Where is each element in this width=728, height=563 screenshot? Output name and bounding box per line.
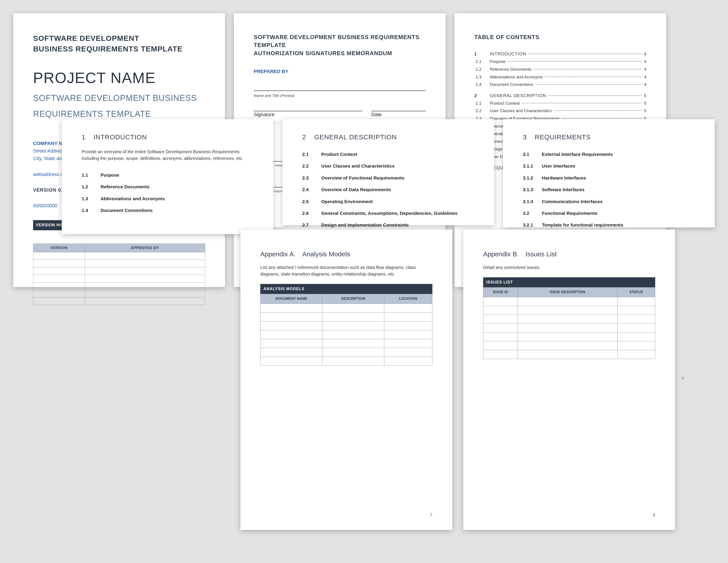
item-number: 2.5 xyxy=(302,198,321,205)
item-number: 3.1.3 xyxy=(523,186,542,193)
appendix-b-name: Issues List xyxy=(525,250,557,258)
list-item: 3.1.1User Interfaces xyxy=(523,160,695,172)
item-title: Functional Requirements xyxy=(542,210,597,216)
col-issue-description: ISSUE DESCRIPTION xyxy=(518,288,617,297)
toc-row: 1.2Reference Documents4 xyxy=(474,66,646,73)
item-number: 3.2 xyxy=(523,210,542,216)
table-row xyxy=(261,304,432,313)
date-caption: Date xyxy=(371,111,426,118)
toc-row: 1.4Document Conventions4 xyxy=(474,81,646,88)
table-row xyxy=(261,330,432,339)
item-number: 2.3 xyxy=(302,175,321,181)
item-title: General Constraints, Assumptions, Depend… xyxy=(321,210,458,216)
project-name: PROJECT NAME xyxy=(33,67,205,88)
subtitle-line1: SOFTWARE DEVELOPMENT BUSINESS xyxy=(33,92,205,104)
toc-leader xyxy=(522,103,642,103)
toc-row: 2.2User Classes and Characteristics5 xyxy=(474,107,646,115)
list-item: 3.2.1Template for functional requirement… xyxy=(523,219,695,231)
item-title: User Interfaces xyxy=(542,163,575,169)
toc-leader xyxy=(561,118,642,118)
table-row xyxy=(33,290,205,298)
toc-number: 2.1 xyxy=(474,100,490,106)
item-title: Purpose xyxy=(101,172,119,178)
item-title: Abbreviations and Acronyms xyxy=(101,195,165,202)
toc-row: 1.1Purpose4 xyxy=(474,58,646,66)
toc-page: 4 xyxy=(642,51,646,57)
doc-type-line1: SOFTWARE DEVELOPMENT xyxy=(33,33,205,44)
signature-line xyxy=(254,90,426,91)
list-item: 1.2Reference Documents xyxy=(82,181,254,192)
issues-list-table: ISSUES LIST ISSUE ID ISSUE DESCRIPTION S… xyxy=(483,277,655,359)
appendix-b-title: Appendix B.Issues List xyxy=(483,249,655,259)
signature-block-prepared: Name and Title (Printed) Signature Date xyxy=(254,90,426,118)
toc-title: Abbreviations and Acronyms xyxy=(490,74,545,80)
table-row xyxy=(483,332,655,341)
toc-number: 2 xyxy=(474,92,490,99)
table-row xyxy=(33,283,205,290)
section-heading: GENERAL DESCRIPTION xyxy=(314,133,397,141)
toc-row: 1.3Abbreviations and Acronyms4 xyxy=(474,73,646,81)
toc-leader xyxy=(535,84,642,85)
section-number: 1 xyxy=(82,132,94,142)
list-item: 3.1.2Hardware Interfaces xyxy=(523,172,695,184)
signature-caption: Signature xyxy=(254,111,362,118)
item-number: 3.2.1 xyxy=(523,222,542,228)
appendix-a-title: Appendix A.Analysis Models xyxy=(260,249,432,259)
version-history-table: VERSION APPROVED BY xyxy=(33,243,205,305)
list-item: 2.6General Constraints, Assumptions, Dep… xyxy=(302,207,474,219)
table-row xyxy=(33,252,205,260)
toc-title: Purpose xyxy=(490,59,507,65)
item-number: 1.3 xyxy=(82,195,101,202)
item-title: External Interface Requirements xyxy=(542,151,613,157)
toc-page: 5 xyxy=(642,100,646,106)
prepared-by-label: PREPARED BY xyxy=(254,68,426,75)
toc-number: 1.4 xyxy=(474,82,490,88)
item-title: Product Context xyxy=(321,151,357,157)
toc-heading: TABLE OF CONTENTS xyxy=(474,33,646,41)
table-row xyxy=(483,324,655,332)
list-item: 1.4Document Conventions xyxy=(82,204,254,216)
toc-page: 4 xyxy=(642,66,646,72)
section-title: 3REQUIREMENTS xyxy=(523,132,695,142)
section-heading: REQUIREMENTS xyxy=(535,133,591,141)
item-number: 2.6 xyxy=(302,210,321,216)
item-title: Overview of Functional Requirements xyxy=(321,175,404,181)
name-title-caption: Name and Title (Printed) xyxy=(254,93,426,98)
item-number: 2.1 xyxy=(302,151,321,157)
item-number: 2.7 xyxy=(302,222,321,228)
toc-title: Product Context xyxy=(490,100,522,106)
item-number: 1.1 xyxy=(82,172,101,178)
item-number: 3.1 xyxy=(523,151,542,157)
issues-list-caption: ISSUES LIST xyxy=(483,277,655,287)
toc-leader xyxy=(545,77,642,77)
list-item: 2.1Product Context xyxy=(302,148,474,160)
toc-leader xyxy=(507,61,642,62)
toc-number: 2.2 xyxy=(474,108,490,114)
general-item-list: 2.1Product Context2.2User Classes and Ch… xyxy=(302,148,474,242)
table-row xyxy=(483,306,655,315)
item-number: 2.2 xyxy=(302,163,321,169)
appendix-a-label: Appendix A. xyxy=(260,250,296,258)
item-number: 1.2 xyxy=(82,183,101,190)
page-appendix-b: Appendix B.Issues List Detail any unreso… xyxy=(463,229,675,530)
analysis-models-table: ANALYSIS MODELS DOCUMENT NAME DESCRIPTIO… xyxy=(260,284,432,366)
page-appendix-a: Appendix A.Analysis Models List any atta… xyxy=(240,229,452,530)
table-row xyxy=(261,321,432,330)
item-title: Communications Interfaces xyxy=(542,198,602,205)
list-item: 2.4Overview of Data Requirements xyxy=(302,184,474,195)
section-title: 2GENERAL DESCRIPTION xyxy=(302,132,474,142)
vh-col-approved: APPROVED BY xyxy=(85,243,205,252)
page-general-description: 2GENERAL DESCRIPTION 2.1Product Context2… xyxy=(282,119,494,225)
section-heading: INTRODUCTION xyxy=(94,133,147,141)
table-row xyxy=(33,298,205,305)
vh-col-version: VERSION xyxy=(33,243,85,252)
item-title: Overview of Data Requirements xyxy=(321,186,391,193)
list-item: 2.3Overview of Functional Requirements xyxy=(302,172,474,184)
table-row xyxy=(483,297,655,306)
toc-number: 1.2 xyxy=(474,66,490,72)
toc-leader xyxy=(548,95,642,96)
toc-row: 2.1Product Context5 xyxy=(474,100,646,107)
table-row xyxy=(483,315,655,324)
section-title: 1INTRODUCTION xyxy=(82,132,254,142)
appendix-a-name: Analysis Models xyxy=(302,250,350,258)
